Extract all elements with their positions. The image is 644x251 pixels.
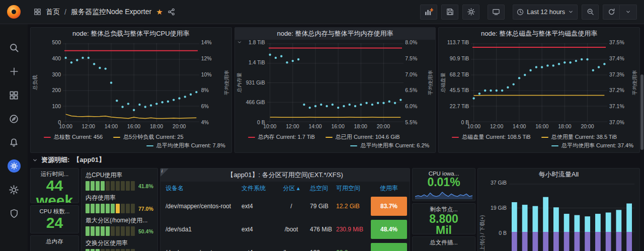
cell-mountpoint: /boot [273, 226, 310, 233]
legend-dash [326, 137, 333, 138]
table-panel-title[interactable]: 【app01】: 各分区可用空间(EXT.*/XFS) [160, 169, 410, 182]
security-button[interactable] [5, 207, 23, 220]
panel-title[interactable]: 每小时流量All [478, 169, 639, 181]
legend-item[interactable]: 总核数 Current: 456 [44, 134, 103, 140]
x-axis-tick: 12:00 [82, 123, 95, 129]
gauge[interactable]: 交换分区使用率 [86, 239, 153, 251]
dashboard-settings-button[interactable] [462, 5, 479, 20]
stat-panel-cpu-iowait[interactable]: CPU iowa... 0.01% [412, 168, 475, 201]
gauge[interactable]: 最大分区(/home)使用...50.4% [86, 216, 153, 236]
search-button[interactable] [5, 41, 23, 54]
row-header-label: 资源明细: [41, 155, 69, 164]
stat-panel-uptime[interactable]: 运行时间... 44 week [30, 168, 79, 203]
plus-icon [10, 67, 19, 76]
legend-dash [248, 137, 255, 138]
chart-plot-area[interactable] [471, 43, 607, 122]
chart-plot-area[interactable] [267, 43, 404, 122]
time-range-label: Last 12 hours [527, 9, 565, 16]
add-panel-button[interactable] [420, 5, 437, 20]
zoom-out-button[interactable] [582, 5, 599, 20]
cell-filesystem: ext4 [242, 249, 273, 251]
x-axis-tick: 16:00 [332, 123, 345, 129]
x-axis-tick: 16:00 [127, 123, 140, 129]
chart-legend: 总核数 Current: 456 总5分钟负载 Current: 25 总平均使… [31, 133, 231, 150]
dashboard-title[interactable]: 服务器监控Node Exporter [71, 8, 151, 17]
legend-item[interactable]: 总磁盘量 Current: 108.5 TiB [452, 134, 530, 140]
stat-panel-file-descriptors[interactable]: 总文件描... [412, 236, 475, 251]
save-dashboard-button[interactable] [441, 5, 458, 20]
traffic-bar-upload [616, 232, 621, 251]
panel-title[interactable]: node: 整体总内存与整体平均内存使用率 [235, 28, 436, 40]
y-axis-tick: 113.7 TiB [446, 39, 469, 45]
create-button[interactable] [5, 65, 23, 78]
bar-chart-plot-area[interactable] [509, 184, 634, 251]
stat-column-left: 运行时间... 44 week CPU 核数... 24 总内存 [30, 168, 79, 251]
stat-panel-total-memory[interactable]: 总内存 [30, 235, 79, 251]
traffic-bar-download [543, 197, 548, 232]
legend-item[interactable]: 总平均使用率 Current: 7.8% [146, 142, 225, 148]
legend-item[interactable]: 总使用量 Current: 38.5 TiB [541, 134, 617, 140]
gauge-cell [96, 181, 100, 191]
bargauge-panel[interactable]: 总CPU使用率41.8%内存使用率77.0%最大分区(/home)使用...50… [81, 168, 158, 251]
y-axis-tick: 7.5% [405, 55, 428, 61]
gauge[interactable]: 总CPU使用率41.8% [86, 171, 153, 191]
panel-title[interactable]: node: 整体总磁盘与整体平均磁盘使用率 [439, 28, 639, 40]
legend-item[interactable]: 总平均使用率 Current: 6.2% [350, 142, 429, 148]
y-axis-tick: 466 GiB [243, 99, 265, 105]
y-axis-tick: 37.0% [609, 119, 632, 125]
kubernetes-plugin-button[interactable] [5, 159, 23, 173]
legend-item[interactable]: 总5分钟负载 Current: 25 [113, 134, 183, 140]
share-alt-icon[interactable] [168, 8, 175, 16]
legend-item[interactable]: 总平均使用率 Current: 37.4% [551, 142, 633, 148]
column-header[interactable]: 设备名 [160, 184, 242, 193]
stat-panel-remaining-nodes[interactable]: 剩余节点... 8.800 Mil [412, 203, 475, 234]
y-axis-tick: 6.0% [405, 103, 428, 109]
y-axis-tick: 37 GiB [485, 180, 507, 186]
gauge-cell [111, 181, 115, 191]
tv-kiosk-button[interactable] [488, 5, 505, 20]
x-axis-tick: 10:00 [59, 123, 72, 129]
time-picker-button[interactable]: Last 12 hours [513, 5, 578, 20]
traffic-bar-download [574, 215, 580, 232]
table-header-row: 设备名文件系统分区 ▴总空间可用空间使用率 [160, 182, 410, 195]
y-axis-tick: 500 [38, 39, 61, 45]
explore-compass-icon [9, 114, 19, 124]
refresh-interval-button[interactable] [620, 5, 637, 20]
breadcrumb-home[interactable]: 首页 [46, 8, 60, 17]
stat-panel-cpu-cores[interactable]: CPU 核数... 24 [30, 205, 79, 233]
cell-usage [368, 243, 410, 251]
cell-mountpoint: / [273, 203, 310, 210]
column-header[interactable]: 总空间 [310, 185, 336, 192]
grafana-logo[interactable] [0, 5, 28, 19]
dashboard-row-header[interactable]: 资源明细: 【app01】 [30, 153, 640, 167]
gauge-cell [116, 226, 120, 236]
explore-button[interactable] [5, 112, 23, 125]
panel-title[interactable]: node: 整体总负载与整体平均CPU使用率 [31, 28, 231, 40]
x-axis-tick: 18:00 [150, 123, 163, 129]
column-header[interactable]: 使用率 [368, 184, 410, 193]
legend-item[interactable]: 总内存 Current: 1.7 TiB [248, 134, 315, 140]
scrollbar-thumb[interactable] [640, 74, 643, 150]
panel-info-corner-icon[interactable]: i [160, 169, 169, 177]
chevron-down-icon [625, 9, 631, 15]
server-admin-button[interactable] [5, 183, 23, 196]
legend-item[interactable]: 总已用 Current: 104.6 GiB [326, 134, 400, 140]
column-header[interactable]: 文件系统 [242, 184, 273, 193]
column-header[interactable]: 分区 ▴ [273, 184, 310, 193]
chevron-down-icon [568, 9, 574, 15]
y-axis-tick: 90.9 TiB [446, 55, 469, 61]
star-icon[interactable]: ★ [156, 8, 163, 16]
chart-plot-area[interactable] [63, 43, 199, 122]
usage-badge: 83.7% [371, 197, 407, 216]
gauge-cell [111, 204, 115, 213]
legend-dash [350, 145, 357, 146]
page-scrollbar[interactable] [640, 24, 644, 251]
column-header[interactable]: 可用空间 [336, 185, 368, 192]
y-axis-tick: 37.3% [609, 71, 632, 77]
cell-device: /dev/mapper/centos-root [160, 203, 242, 210]
refresh-button[interactable] [603, 5, 620, 20]
alerting-button[interactable] [5, 136, 23, 149]
dashboards-button[interactable] [5, 89, 23, 102]
gauge[interactable]: 内存使用率77.0% [86, 194, 153, 213]
partition-table-panel: i 【app01】: 各分区可用空间(EXT.*/XFS) 设备名文件系统分区 … [160, 168, 410, 251]
